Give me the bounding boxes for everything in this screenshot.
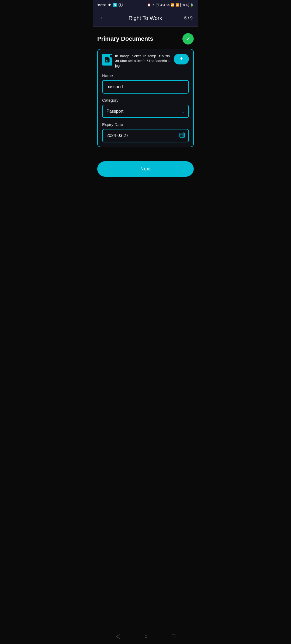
- main-content: Primary Documents ✓ rn_image_picker_lib_…: [93, 27, 198, 154]
- file-name: rn_image_picker_lib_temp_ f157db3d-0fac-…: [115, 54, 171, 68]
- expiry-date-input[interactable]: [102, 129, 189, 142]
- expiry-date-label: Expiry Date: [102, 122, 189, 127]
- name-field-container: Name: [102, 73, 189, 94]
- time-display: 15:28: [97, 3, 106, 7]
- n-icon: N: [113, 3, 117, 7]
- status-bar: 15:28 👁 N i ⏰ ✦ 📳 383 B/s 📶 📶 69% 🍃: [93, 0, 198, 10]
- eye-icon: 👁: [108, 3, 111, 7]
- battery-display: 69%: [180, 3, 189, 7]
- check-badge: ✓: [182, 33, 194, 44]
- app-header: ← Right To Work 6 / 9: [93, 10, 198, 27]
- document-card: rn_image_picker_lib_temp_ f157db3d-0fac-…: [97, 49, 194, 147]
- network-speed: 383 B/s: [160, 4, 169, 6]
- name-input[interactable]: [102, 80, 189, 94]
- leaf-icon: 🍃: [190, 3, 194, 7]
- info-icon: i: [119, 3, 123, 7]
- section-header: Primary Documents ✓: [97, 33, 194, 44]
- document-svg-icon: [105, 57, 110, 63]
- file-info: rn_image_picker_lib_temp_ f157db3d-0fac-…: [102, 54, 171, 68]
- bottom-spacer: [93, 182, 198, 204]
- category-field-container: Category Passport Driving Licence Nation…: [102, 98, 189, 118]
- page-title: Right To Work: [129, 15, 162, 21]
- back-button[interactable]: ←: [98, 13, 106, 23]
- expiry-date-field-container: Expiry Date: [102, 122, 189, 142]
- file-row: rn_image_picker_lib_temp_ f157db3d-0fac-…: [102, 54, 189, 68]
- upload-svg-icon: [178, 56, 184, 62]
- vibrate-icon: 📳: [155, 3, 159, 7]
- next-button-container: Next: [93, 154, 198, 182]
- section-title: Primary Documents: [97, 35, 153, 42]
- check-icon: ✓: [186, 36, 190, 42]
- category-select-wrapper: Passport Driving Licence National ID Vis…: [102, 105, 189, 118]
- file-icon: [102, 54, 112, 66]
- status-left: 15:28 👁 N i: [97, 3, 123, 7]
- category-label: Category: [102, 98, 189, 102]
- signal-icon: 📶: [175, 3, 179, 7]
- alarm-icon: ⏰: [147, 3, 151, 7]
- bluetooth-icon: ✦: [152, 3, 154, 7]
- upload-button[interactable]: [174, 54, 189, 64]
- name-label: Name: [102, 73, 189, 78]
- category-select[interactable]: Passport Driving Licence National ID Vis…: [102, 105, 189, 118]
- progress-indicator: 6 / 9: [184, 16, 193, 20]
- date-wrapper: [102, 129, 189, 142]
- wifi-icon: 📶: [171, 3, 174, 7]
- next-button[interactable]: Next: [97, 161, 194, 177]
- status-right: ⏰ ✦ 📳 383 B/s 📶 📶 69% 🍃: [147, 3, 194, 7]
